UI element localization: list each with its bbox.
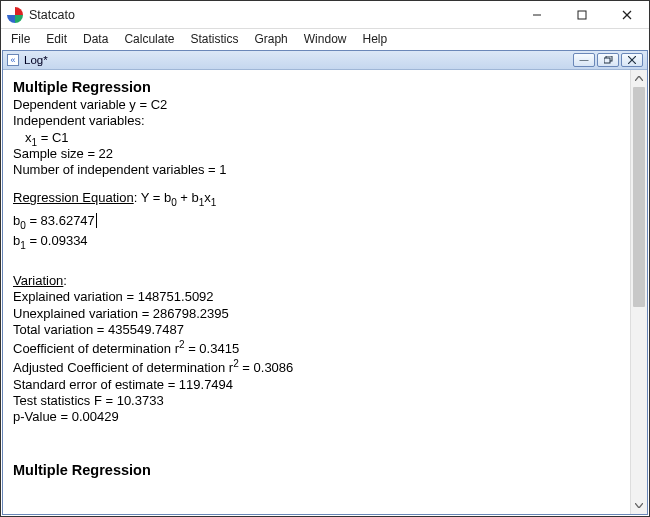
child-minimize-icon: — bbox=[580, 55, 589, 65]
child-restore-button[interactable] bbox=[597, 53, 619, 67]
menu-file[interactable]: File bbox=[5, 31, 36, 47]
child-close-icon bbox=[628, 56, 636, 64]
output-heading-2: Multiple Regression bbox=[13, 461, 620, 479]
coef-b0: b0 = 83.62747 bbox=[13, 213, 620, 229]
coef-b1: b1 = 0.09334 bbox=[13, 233, 620, 249]
scroll-up-button[interactable] bbox=[631, 70, 647, 87]
child-system-icon: « bbox=[7, 54, 19, 66]
variation-heading: Variation: bbox=[13, 273, 620, 289]
chevron-up-icon bbox=[635, 76, 643, 81]
minimize-icon bbox=[532, 10, 542, 20]
adj-r-squared: Adjusted Coefficient of determination r2… bbox=[13, 360, 620, 376]
menu-window[interactable]: Window bbox=[298, 31, 353, 47]
indepvar-1: x1 = C1 bbox=[13, 130, 620, 146]
app-icon bbox=[7, 7, 23, 23]
explained-variation: Explained variation = 148751.5092 bbox=[13, 289, 620, 305]
child-restore-icon bbox=[604, 56, 613, 64]
child-minimize-button[interactable]: — bbox=[573, 53, 595, 67]
close-icon bbox=[622, 10, 632, 20]
child-close-button[interactable] bbox=[621, 53, 643, 67]
depvar-line: Dependent variable y = C2 bbox=[13, 97, 620, 113]
sample-size: Sample size = 22 bbox=[13, 146, 620, 162]
p-value: p-Value = 0.00429 bbox=[13, 409, 620, 425]
minimize-button[interactable] bbox=[514, 1, 559, 29]
log-titlebar[interactable]: « Log* — bbox=[3, 51, 647, 70]
maximize-button[interactable] bbox=[559, 1, 604, 29]
log-title: Log* bbox=[24, 54, 571, 66]
menu-edit[interactable]: Edit bbox=[40, 31, 73, 47]
menu-help[interactable]: Help bbox=[356, 31, 393, 47]
menubar: File Edit Data Calculate Statistics Grap… bbox=[1, 29, 649, 49]
scroll-thumb[interactable] bbox=[633, 87, 645, 307]
regression-equation: Regression Equation: Y = b0 + b1x1 bbox=[13, 190, 620, 206]
unexplained-variation: Unexplained variation = 286798.2395 bbox=[13, 306, 620, 322]
mdi-area: « Log* — Multiple Regression Dependent v… bbox=[2, 50, 648, 515]
chevron-down-icon bbox=[635, 503, 643, 508]
total-variation: Total variation = 435549.7487 bbox=[13, 322, 620, 338]
f-statistic: Test statistics F = 10.3733 bbox=[13, 393, 620, 409]
svg-rect-1 bbox=[578, 11, 586, 19]
scroll-down-button[interactable] bbox=[631, 497, 647, 514]
close-button[interactable] bbox=[604, 1, 649, 29]
menu-graph[interactable]: Graph bbox=[248, 31, 293, 47]
svg-rect-5 bbox=[604, 58, 610, 63]
menu-calculate[interactable]: Calculate bbox=[118, 31, 180, 47]
log-window: « Log* — Multiple Regression Dependent v… bbox=[2, 50, 648, 515]
maximize-icon bbox=[577, 10, 587, 20]
menu-statistics[interactable]: Statistics bbox=[184, 31, 244, 47]
log-content[interactable]: Multiple Regression Dependent variable y… bbox=[3, 70, 630, 514]
indepvar-label: Independent variables: bbox=[13, 113, 620, 129]
window-titlebar: Statcato bbox=[1, 1, 649, 29]
r-squared: Coefficient of determination r2 = 0.3415 bbox=[13, 341, 620, 357]
num-indep-vars: Number of independent variables = 1 bbox=[13, 162, 620, 178]
output-heading: Multiple Regression bbox=[13, 78, 620, 96]
std-error: Standard error of estimate = 119.7494 bbox=[13, 377, 620, 393]
menu-data[interactable]: Data bbox=[77, 31, 114, 47]
log-content-wrap: Multiple Regression Dependent variable y… bbox=[3, 70, 647, 514]
window-title: Statcato bbox=[29, 8, 514, 22]
vertical-scrollbar[interactable] bbox=[630, 70, 647, 514]
